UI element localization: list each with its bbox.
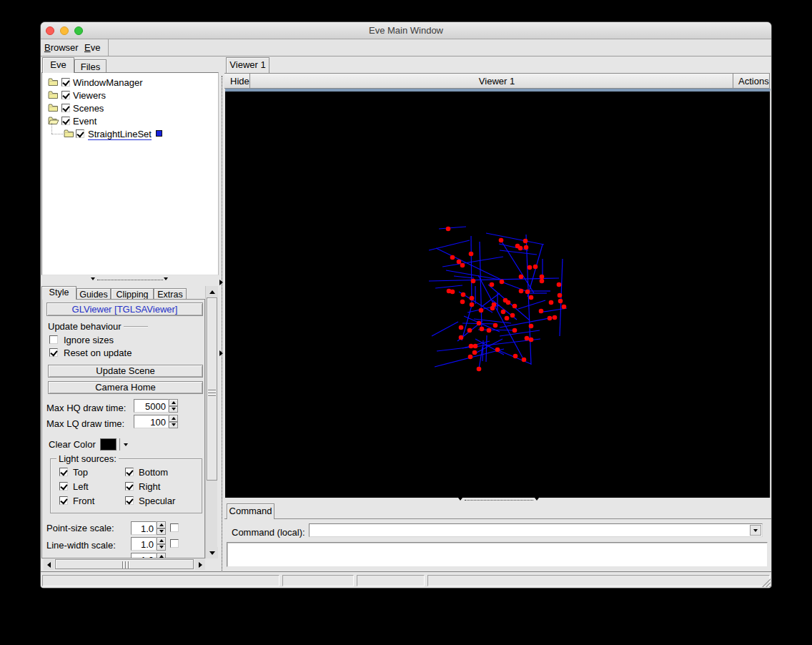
folder-icon: [48, 91, 59, 102]
tree-checkbox-windowmanager[interactable]: [61, 78, 70, 87]
tab-clipping[interactable]: Clipping: [111, 288, 154, 300]
tree-row-windowmanager[interactable]: WindowManager: [42, 76, 218, 89]
menu-eve[interactable]: Eve: [84, 42, 100, 53]
line-width-spinner: 1.0: [131, 537, 166, 551]
light-bottom-checkbox[interactable]: [125, 468, 134, 476]
line-width-value[interactable]: 1.0: [131, 537, 157, 551]
command-history-dropdown[interactable]: [750, 525, 761, 536]
point-size-increment-button[interactable]: [157, 521, 166, 528]
menu-browser[interactable]: Browser: [44, 42, 79, 53]
panel-splitter[interactable]: [219, 57, 224, 572]
reset-on-update-label: Reset on update: [64, 348, 132, 358]
splitter-arrow-icon: [219, 280, 223, 285]
up-arrow-icon: [209, 290, 215, 294]
point-size-label: Point-size scale:: [46, 523, 114, 533]
title-bar[interactable]: Eve Main Window: [41, 22, 771, 39]
line-width-increment-button[interactable]: [157, 537, 166, 544]
tree-row-straightlineset[interactable]: StraightLineSet: [42, 127, 218, 140]
wireframe-value[interactable]: 1.0: [131, 553, 157, 558]
editor-horizontal-scrollbar[interactable]: [44, 559, 205, 570]
max-lq-increment-button[interactable]: [169, 415, 178, 422]
editor-vertical-scrollbar[interactable]: [205, 286, 217, 558]
light-specular-checkbox[interactable]: [125, 496, 134, 505]
viewer-title: Viewer 1: [224, 76, 769, 87]
point-size-checkbox[interactable]: [170, 523, 179, 532]
up-arrow-icon: [172, 401, 176, 404]
tree-row-viewers[interactable]: Viewers: [42, 89, 218, 102]
light-top-checkbox[interactable]: [59, 468, 68, 476]
tab-viewer-1[interactable]: Viewer 1: [226, 57, 269, 73]
tree-label-event[interactable]: Event: [73, 116, 96, 127]
tab-eve[interactable]: Eve: [42, 57, 74, 73]
point-size-decrement-button[interactable]: [157, 528, 166, 536]
command-output[interactable]: [227, 542, 768, 567]
update-scene-button[interactable]: Update Scene: [48, 365, 203, 378]
scroll-left-button[interactable]: [44, 559, 54, 570]
tree-row-event[interactable]: Event: [42, 114, 218, 127]
tree-checkbox-viewers[interactable]: [61, 91, 70, 99]
menu-eve-hotkey: E: [84, 42, 91, 53]
lineset-color-swatch[interactable]: [156, 130, 162, 137]
update-behaviour-groove: [124, 326, 148, 328]
max-lq-value[interactable]: 100: [134, 415, 169, 428]
camera-home-button[interactable]: Camera Home: [48, 381, 203, 394]
menu-bar-separator: [108, 39, 109, 56]
light-right-label: Right: [139, 481, 160, 492]
up-arrow-icon: [159, 523, 164, 526]
wireframe-increment-button[interactable]: [157, 553, 166, 558]
scroll-up-button[interactable]: [206, 286, 218, 297]
status-bar: [41, 572, 771, 588]
horizontal-scrollbar-thumb[interactable]: [55, 559, 194, 569]
clear-color-swatch[interactable]: [100, 438, 117, 450]
light-front-checkbox[interactable]: [59, 496, 68, 505]
tree-checkbox-straightlineset[interactable]: [76, 129, 84, 138]
window-title: Eve Main Window: [41, 25, 771, 36]
down-arrow-icon: [172, 423, 176, 426]
wireframe-label: Wireframe line width: [46, 556, 131, 558]
scroll-down-button[interactable]: [206, 547, 218, 558]
viewer-toolbar: Hide Viewer 1 Actions: [224, 73, 770, 89]
tree-checkbox-scenes[interactable]: [61, 104, 70, 112]
open-folder-icon: [48, 117, 59, 127]
light-front-label: Front: [73, 496, 94, 506]
light-sources-label: Light sources:: [56, 453, 119, 464]
line-width-decrement-button[interactable]: [157, 544, 166, 551]
clear-color-dropdown[interactable]: [119, 438, 131, 450]
tree-row-scenes[interactable]: Scenes: [42, 102, 218, 114]
max-hq-spinner: 5000: [134, 399, 178, 413]
menu-eve-rest: ve: [91, 42, 101, 53]
folder-icon: [64, 129, 74, 140]
max-hq-value[interactable]: 5000: [134, 399, 169, 413]
left-arrow-icon: [47, 562, 51, 568]
tab-extras[interactable]: Extras: [154, 288, 187, 300]
tree-label-viewers[interactable]: Viewers: [73, 90, 106, 101]
vertical-scrollbar-thumb[interactable]: [207, 297, 217, 481]
max-lq-decrement-button[interactable]: [169, 422, 178, 429]
gl-viewport[interactable]: [225, 89, 771, 498]
scroll-right-button[interactable]: [195, 559, 205, 570]
ignore-sizes-checkbox[interactable]: [49, 335, 58, 344]
light-left-checkbox[interactable]: [59, 482, 68, 491]
tab-guides[interactable]: Guides: [76, 288, 111, 300]
reset-on-update-checkbox[interactable]: [49, 348, 58, 357]
line-width-checkbox[interactable]: [170, 539, 179, 548]
tree-label-straightlineset[interactable]: StraightLineSet: [88, 129, 152, 140]
tree-checkbox-event[interactable]: [61, 117, 70, 125]
tab-files[interactable]: Files: [74, 59, 107, 73]
command-input[interactable]: [309, 523, 763, 537]
tree-label-windowmanager[interactable]: WindowManager: [73, 77, 143, 88]
point-size-value[interactable]: 1.0: [131, 521, 157, 535]
glviewer-button[interactable]: GLViewer [TGLSAViewer]: [46, 302, 203, 316]
actions-button[interactable]: Actions: [738, 76, 769, 87]
max-hq-decrement-button[interactable]: [169, 406, 178, 413]
tab-style[interactable]: Style: [41, 286, 76, 300]
tree-label-scenes[interactable]: Scenes: [73, 103, 104, 114]
max-hq-increment-button[interactable]: [169, 399, 178, 406]
light-right-checkbox[interactable]: [125, 482, 134, 491]
up-arrow-icon: [172, 417, 176, 420]
command-local-label: Command (local):: [232, 527, 305, 538]
tab-command[interactable]: Command: [227, 503, 274, 519]
update-behaviour-label: Update behaviour: [48, 321, 122, 332]
toolbar-separator: [733, 74, 733, 88]
resize-grip[interactable]: [761, 577, 771, 587]
